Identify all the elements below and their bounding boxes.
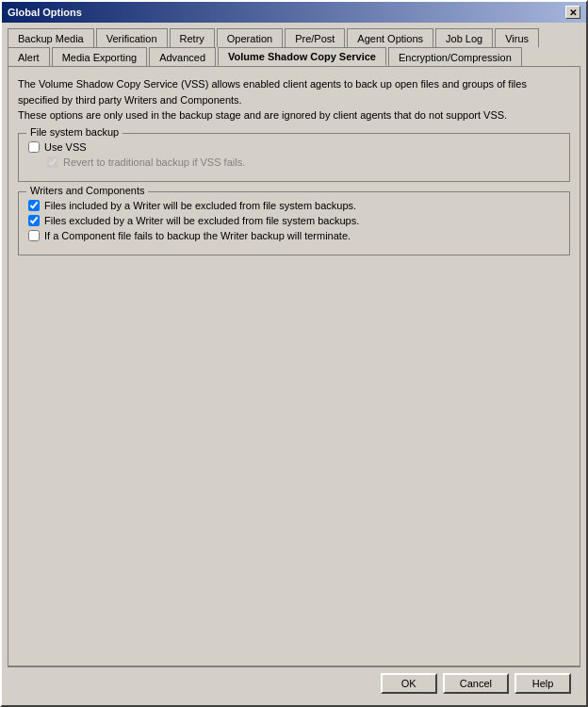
tab-retry[interactable]: Retry	[170, 28, 215, 47]
file-system-group: File system backup Use VSS Revert to tra…	[18, 133, 570, 182]
tab-pre-post[interactable]: Pre/Post	[285, 28, 345, 47]
tab-job-log[interactable]: Job Log	[435, 28, 493, 47]
help-button[interactable]: Help	[514, 673, 571, 694]
writer-exclude-included-label: Files included by a Writer will be exclu…	[44, 200, 356, 211]
ok-button[interactable]: OK	[381, 673, 437, 694]
desc-line2: specified by third party Writers and Com…	[18, 94, 242, 106]
tab-volume-shadow[interactable]: Volume Shadow Copy Service	[218, 47, 386, 66]
component-terminate-label: If a Component file fails to backup the …	[44, 230, 351, 241]
tab-verification[interactable]: Verification	[96, 28, 168, 47]
writer-exclude-included-row: Files included by a Writer will be exclu…	[28, 200, 560, 211]
use-vss-row: Use VSS	[28, 141, 560, 153]
main-content: Backup Media Verification Retry Operatio…	[2, 23, 586, 705]
writer-exclude-excluded-label: Files excluded by a Writer will be exclu…	[44, 215, 359, 226]
revert-vss-row: Revert to traditional backup if VSS fail…	[47, 156, 560, 168]
tab-alert[interactable]: Alert	[8, 47, 50, 66]
tab-agent-options[interactable]: Agent Options	[347, 28, 433, 47]
title-bar: Global Options ✕	[2, 2, 586, 23]
bottom-bar: OK Cancel Help	[8, 666, 580, 699]
window-title: Global Options	[8, 7, 82, 18]
writers-group-title: Writers and Components	[26, 185, 148, 196]
tab-advanced[interactable]: Advanced	[149, 47, 216, 66]
revert-vss-checkbox[interactable]	[47, 156, 58, 168]
tab-media-exporting[interactable]: Media Exporting	[52, 47, 148, 66]
tab-row-2: Alert Media Exporting Advanced Volume Sh…	[8, 47, 580, 66]
vss-description: The Volume Shadow Copy Service (VSS) all…	[18, 76, 570, 123]
use-vss-label: Use VSS	[44, 141, 87, 153]
component-terminate-checkbox[interactable]	[28, 230, 40, 241]
tab-encryption[interactable]: Encryption/Compression	[388, 47, 522, 66]
component-terminate-row: If a Component file fails to backup the …	[28, 230, 560, 241]
tab-row-1: Backup Media Verification Retry Operatio…	[8, 28, 580, 47]
writer-exclude-excluded-checkbox[interactable]	[28, 215, 40, 226]
tab-operation[interactable]: Operation	[217, 28, 283, 47]
file-system-group-title: File system backup	[26, 126, 122, 138]
tab-backup-media[interactable]: Backup Media	[8, 28, 94, 47]
global-options-window: Global Options ✕ Backup Media Verificati…	[0, 0, 588, 707]
revert-vss-label: Revert to traditional backup if VSS fail…	[63, 156, 245, 168]
desc-line3: These options are only used in the backu…	[18, 109, 507, 121]
desc-line1: The Volume Shadow Copy Service (VSS) all…	[18, 78, 527, 90]
writer-exclude-excluded-row: Files excluded by a Writer will be exclu…	[28, 215, 560, 226]
cancel-button[interactable]: Cancel	[443, 673, 509, 694]
tab-bar: Backup Media Verification Retry Operatio…	[8, 28, 580, 66]
tab-virus[interactable]: Virus	[495, 28, 539, 47]
close-button[interactable]: ✕	[565, 6, 580, 19]
use-vss-checkbox[interactable]	[28, 141, 40, 153]
writer-exclude-included-checkbox[interactable]	[28, 200, 40, 211]
tab-content: The Volume Shadow Copy Service (VSS) all…	[8, 66, 580, 666]
writers-group: Writers and Components Files included by…	[18, 191, 570, 255]
